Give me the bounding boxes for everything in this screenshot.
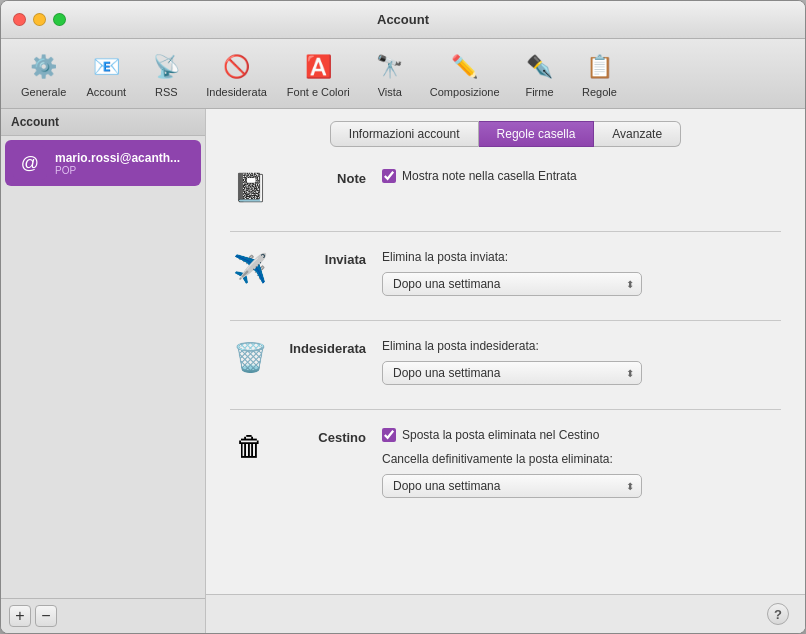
main-window: Account ⚙️ Generale 📧 Account 📡 RSS 🚫 In…	[0, 0, 806, 634]
content-area: 📓 Note Mostra note nella casella Entrata…	[206, 147, 805, 594]
generale-icon: ⚙️	[26, 49, 62, 85]
cestino-label: Cestino	[286, 426, 366, 445]
toolbar-label-vista: Vista	[378, 86, 402, 98]
sidebar-footer: + −	[1, 598, 205, 633]
cestino-section: 🗑 Cestino Sposta la posta eliminata nel …	[230, 426, 781, 498]
sidebar-header: Account	[1, 109, 205, 136]
font-colori-icon: 🅰️	[300, 49, 336, 85]
toolbar: ⚙️ Generale 📧 Account 📡 RSS 🚫 Indesidera…	[1, 39, 805, 109]
cestino-description2: Cancella definitivamente la posta elimin…	[382, 450, 781, 466]
rss-icon: 📡	[148, 49, 184, 85]
vista-icon: 🔭	[372, 49, 408, 85]
bottom-bar: ?	[206, 594, 805, 633]
cestino-icon: 🗑	[230, 426, 270, 466]
titlebar: Account	[1, 1, 805, 39]
note-checkbox-label: Mostra note nella casella Entrata	[402, 169, 577, 183]
cestino-controls: Sposta la posta eliminata nel Cestino Ca…	[382, 426, 781, 498]
maximize-button[interactable]	[53, 13, 66, 26]
toolbar-label-account: Account	[86, 86, 126, 98]
account-info: mario.rossi@acanth... POP	[55, 151, 180, 176]
note-section: 📓 Note Mostra note nella casella Entrata	[230, 167, 781, 207]
tabs-bar: Informazioni account Regole casella Avan…	[206, 109, 805, 147]
toolbar-item-composizione[interactable]: ✏️ Composizione	[422, 45, 508, 102]
sidebar-account-item[interactable]: @ mario.rossi@acanth... POP	[5, 140, 201, 186]
sidebar-list: @ mario.rossi@acanth... POP	[1, 136, 205, 598]
toolbar-label-composizione: Composizione	[430, 86, 500, 98]
inviata-controls: Elimina la posta inviata: Mai Quando vie…	[382, 248, 781, 296]
toolbar-item-regole[interactable]: 📋 Regole	[572, 45, 628, 102]
indesiderata-select-wrapper: Mai Quando viene eliminata Dopo un giorn…	[382, 361, 642, 385]
toolbar-item-account[interactable]: 📧 Account	[78, 45, 134, 102]
indesiderata-controls: Elimina la posta indesiderata: Mai Quand…	[382, 337, 781, 385]
cestino-select[interactable]: Mai Quando viene eliminata Dopo un giorn…	[382, 474, 642, 498]
note-controls: Mostra note nella casella Entrata	[382, 167, 781, 183]
cestino-dropdown-row: Mai Quando viene eliminata Dopo un giorn…	[382, 474, 781, 498]
note-checkbox-row: Mostra note nella casella Entrata	[382, 167, 781, 183]
toolbar-item-indesiderata[interactable]: 🚫 Indesiderata	[198, 45, 275, 102]
tab-avanzate[interactable]: Avanzate	[594, 121, 681, 147]
account-icon-box: @	[13, 146, 47, 180]
regole-icon: 📋	[582, 49, 618, 85]
firme-icon: ✒️	[522, 49, 558, 85]
close-button[interactable]	[13, 13, 26, 26]
cestino-checkbox[interactable]	[382, 428, 396, 442]
toolbar-item-generale[interactable]: ⚙️ Generale	[13, 45, 74, 102]
traffic-lights	[13, 13, 66, 26]
window-title: Account	[377, 12, 429, 27]
note-icon: 📓	[230, 167, 270, 207]
divider-1	[230, 231, 781, 232]
toolbar-item-font-colori[interactable]: 🅰️ Font e Colori	[279, 45, 358, 102]
inviata-section: ✈️ Inviata Elimina la posta inviata: Mai…	[230, 248, 781, 296]
help-button[interactable]: ?	[767, 603, 789, 625]
toolbar-item-firme[interactable]: ✒️ Firme	[512, 45, 568, 102]
tab-regole-casella[interactable]: Regole casella	[479, 121, 595, 147]
note-label: Note	[286, 167, 366, 186]
indesiderata-section-label: Indesiderata	[286, 337, 366, 356]
inviata-description: Elimina la posta inviata:	[382, 248, 781, 264]
divider-2	[230, 320, 781, 321]
remove-account-button[interactable]: −	[35, 605, 57, 627]
account-icon: 📧	[88, 49, 124, 85]
composizione-icon: ✏️	[447, 49, 483, 85]
tab-informazioni-account[interactable]: Informazioni account	[330, 121, 479, 147]
toolbar-label-font-colori: Font e Colori	[287, 86, 350, 98]
account-type: POP	[55, 165, 180, 176]
toolbar-item-rss[interactable]: 📡 RSS	[138, 45, 194, 102]
toolbar-label-generale: Generale	[21, 86, 66, 98]
indesiderata-section-icon: 🗑️	[230, 337, 270, 377]
toolbar-label-indesiderata: Indesiderata	[206, 86, 267, 98]
indesiderata-description: Elimina la posta indesiderata:	[382, 337, 781, 353]
inviata-dropdown-row: Mai Quando viene eliminata Dopo un giorn…	[382, 272, 781, 296]
cestino-checkbox-label: Sposta la posta eliminata nel Cestino	[402, 428, 599, 442]
cestino-checkbox-row: Sposta la posta eliminata nel Cestino	[382, 426, 781, 442]
inviata-select-wrapper: Mai Quando viene eliminata Dopo un giorn…	[382, 272, 642, 296]
toolbar-item-vista[interactable]: 🔭 Vista	[362, 45, 418, 102]
sidebar: Account @ mario.rossi@acanth... POP + −	[1, 109, 206, 633]
toolbar-label-rss: RSS	[155, 86, 178, 98]
indesiderata-select[interactable]: Mai Quando viene eliminata Dopo un giorn…	[382, 361, 642, 385]
indesiderata-dropdown-row: Mai Quando viene eliminata Dopo un giorn…	[382, 361, 781, 385]
indesiderata-icon: 🚫	[219, 49, 255, 85]
right-panel: Informazioni account Regole casella Avan…	[206, 109, 805, 633]
toolbar-label-firme: Firme	[525, 86, 553, 98]
main-content: Account @ mario.rossi@acanth... POP + − …	[1, 109, 805, 633]
inviata-select[interactable]: Mai Quando viene eliminata Dopo un giorn…	[382, 272, 642, 296]
minimize-button[interactable]	[33, 13, 46, 26]
add-account-button[interactable]: +	[9, 605, 31, 627]
indesiderata-section: 🗑️ Indesiderata Elimina la posta indesid…	[230, 337, 781, 385]
inviata-icon: ✈️	[230, 248, 270, 288]
divider-3	[230, 409, 781, 410]
account-name: mario.rossi@acanth...	[55, 151, 180, 165]
inviata-label: Inviata	[286, 248, 366, 267]
note-checkbox[interactable]	[382, 169, 396, 183]
cestino-select-wrapper: Mai Quando viene eliminata Dopo un giorn…	[382, 474, 642, 498]
toolbar-label-regole: Regole	[582, 86, 617, 98]
